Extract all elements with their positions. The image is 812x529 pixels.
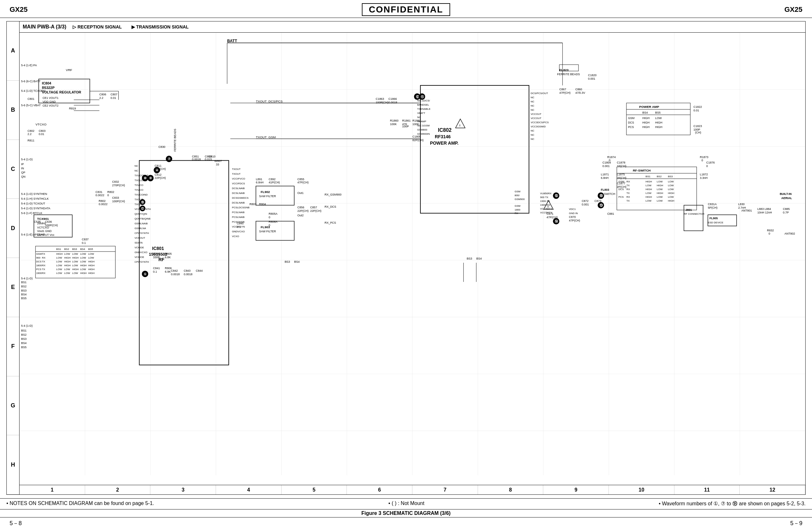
svg-text:LOW: LOW xyxy=(88,253,95,255)
svg-text:NC: NC xyxy=(531,138,534,141)
svg-text:0: 0 xyxy=(269,224,270,227)
svg-text:5-4 (1-D) TCXOUT: 5-4 (1-D) TCXOUT xyxy=(21,202,45,205)
svg-text:TXVCO: TXVCO xyxy=(134,188,143,191)
svg-text:VDC1: VDC1 xyxy=(569,208,576,211)
svg-text:⑰: ⑰ xyxy=(141,207,144,210)
svg-text:R1860: R1860 xyxy=(390,119,398,122)
svg-text:LOW: LOW xyxy=(72,272,78,275)
svg-text:HIGH: HIGH xyxy=(88,272,95,275)
svg-text:BS3: BS3 xyxy=(72,248,77,251)
svg-text:BS1: BS1 xyxy=(21,329,27,332)
svg-text:TX: TX xyxy=(42,260,45,263)
svg-text:270P(CH): 270P(CH) xyxy=(112,184,125,187)
svg-text:GSM: GSM xyxy=(514,204,520,208)
svg-text:BS2: BS2 xyxy=(64,248,69,251)
svg-text:BS4: BS4 xyxy=(21,342,27,345)
svg-text:5-4 (1-D): 5-4 (1-D) xyxy=(21,277,33,280)
svg-text:47P(CH): 47P(CH) xyxy=(547,216,557,219)
svg-text:1800: 1800 xyxy=(514,208,520,211)
footer-note-1: • NOTES ON SCHEMATIC DIAGRAM can be foun… xyxy=(6,501,154,507)
svg-text:C870: C870 xyxy=(569,215,576,218)
col-label-12: 12 xyxy=(740,485,805,495)
col-label-8: 8 xyxy=(478,485,543,495)
svg-text:LOW: LOW xyxy=(80,256,86,259)
footer-figure-label: Figure 3 SCHEMATIC DIAGRAM (3/6) xyxy=(0,510,812,517)
svg-text:DCSLNAIB: DCSLNAIB xyxy=(232,187,245,190)
svg-text:C842: C842 xyxy=(171,269,177,272)
svg-text:0.01: 0.01 xyxy=(111,96,116,100)
svg-text:5-4 (1-E) AFCDAC: 5-4 (1-E) AFCDAC xyxy=(21,233,45,236)
svg-text:BS3: BS3 xyxy=(668,175,673,178)
svg-text:5-6 (5-C) VBAT: 5-6 (5-C) VBAT xyxy=(21,104,41,107)
svg-text:LOW: LOW xyxy=(646,184,652,187)
svg-text:⑩: ⑩ xyxy=(144,176,146,180)
svg-text:FERRITE BEADS: FERRITE BEADS xyxy=(173,129,177,152)
svg-text:TX: TX xyxy=(626,192,630,195)
svg-text:C636: C636 xyxy=(45,220,52,224)
signal-legends: ▷ RECEPTION SIGNAL ▶ TRANSMISSION SIGNAL xyxy=(73,24,188,29)
svg-text:CPIFSYNTH: CPIFSYNTH xyxy=(134,260,149,263)
svg-text:BS4: BS4 xyxy=(80,248,85,251)
svg-text:L883 L884: L883 L884 xyxy=(757,208,771,211)
svg-text:0.1: 0.1 xyxy=(237,225,241,229)
svg-text:C851: C851 xyxy=(192,155,199,158)
svg-text:LOW: LOW xyxy=(72,260,78,263)
col-label-11: 11 xyxy=(675,485,740,495)
svg-text:DCSLNAIB: DCSLNAIB xyxy=(232,192,245,195)
svg-text:RX: RX xyxy=(626,180,630,183)
svg-text:C860: C860 xyxy=(575,88,582,91)
svg-text:BS4: BS4 xyxy=(642,111,648,114)
svg-text:HIGH: HIGH xyxy=(88,264,95,267)
svg-text:VCKIOE: VCKIOE xyxy=(134,256,144,259)
svg-text:C832: C832 xyxy=(112,180,119,183)
header-left-label: GX25 xyxy=(10,5,28,14)
svg-text:3.3nH: 3.3nH xyxy=(700,176,708,180)
svg-text:GSM: GSM xyxy=(36,253,42,255)
svg-text:R806A: R806A xyxy=(269,220,277,224)
svg-text:RX: RX xyxy=(42,256,46,259)
svg-text:C1805: C1805 xyxy=(412,135,421,138)
col-label-7: 7 xyxy=(412,485,478,495)
svg-text:10nH 12nH: 10nH 12nH xyxy=(757,211,772,214)
svg-text:!: ! xyxy=(547,205,548,208)
svg-text:100P(CH): 100P(CH) xyxy=(112,200,125,203)
page-footer: • NOTES ON SCHEMATIC DIAGRAM can be foun… xyxy=(0,498,812,529)
svg-text:RF-SWITCH: RF-SWITCH xyxy=(633,169,651,172)
svg-text:2.2: 2.2 xyxy=(28,132,31,136)
svg-text:HIGH: HIGH xyxy=(668,192,675,195)
svg-text:BATT: BATT xyxy=(227,39,237,43)
svg-text:BS1: BS1 xyxy=(21,281,27,284)
svg-text:LOW: LOW xyxy=(80,253,86,255)
svg-text:C844: C844 xyxy=(196,269,203,272)
svg-text:0.001: 0.001 xyxy=(588,77,595,80)
svg-text:NC: NC xyxy=(531,133,534,136)
svg-text:5-4 (1-D): 5-4 (1-D) xyxy=(21,324,33,327)
svg-text:LOW: LOW xyxy=(56,264,62,267)
svg-text:LOW: LOW xyxy=(668,196,674,198)
svg-text:LOW: LOW xyxy=(56,272,62,275)
svg-text:TXOUT: TXOUT xyxy=(232,168,241,171)
svg-text:GSMLNAIB: GSMLNAIB xyxy=(134,222,147,225)
svg-text:AERIAL: AERIAL xyxy=(781,197,792,200)
row-label-g: G xyxy=(7,376,19,435)
svg-text:TXVCOIND: TXVCOIND xyxy=(134,193,147,196)
svg-text:PCS: PCS xyxy=(619,196,624,198)
svg-text:BS2: BS2 xyxy=(21,333,27,337)
page-header: GX25 CONFIDENTIAL GX25 xyxy=(0,0,812,18)
svg-text:HIGH: HIGH xyxy=(72,268,79,271)
svg-text:GSM900: GSM900 xyxy=(514,198,525,201)
svg-text:5-6 (1-F) BTCLK: 5-6 (1-F) BTCLK xyxy=(21,212,42,215)
svg-text:PCSLNAIB: PCSLNAIB xyxy=(232,211,244,214)
svg-text:330P: 330P xyxy=(153,256,160,259)
svg-text:IC802: IC802 xyxy=(438,127,452,133)
svg-text:DCS/PCS/OUT: DCS/PCS/OUT xyxy=(531,92,548,95)
svg-text:100K: 100K xyxy=(412,123,419,126)
svg-text:R805A: R805A xyxy=(269,212,277,215)
footer-notes: • NOTES ON SCHEMATIC DIAGRAM can be foun… xyxy=(0,499,812,510)
footer-note-2: • ( ) : Not Mount xyxy=(388,501,424,507)
svg-text:22P(CH): 22P(CH) xyxy=(155,176,166,180)
svg-text:LOW: LOW xyxy=(657,196,663,198)
svg-text:41P(CH): 41P(CH) xyxy=(269,181,280,184)
svg-text:5-4 (1-D) SYNTHDATA: 5-4 (1-D) SYNTHDATA xyxy=(21,207,50,210)
svg-text:TXOUT: TXOUT xyxy=(232,172,241,175)
